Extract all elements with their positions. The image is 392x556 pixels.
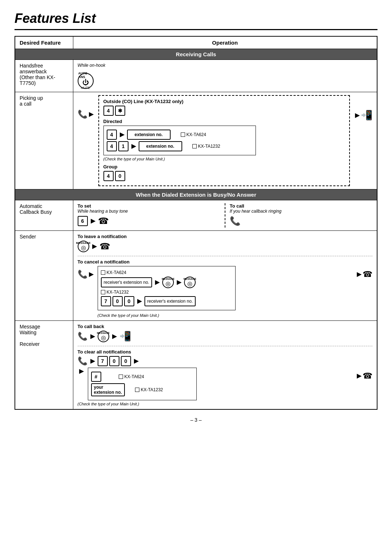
key-star: ✱ [115, 106, 125, 116]
title-divider [15, 29, 377, 30]
receivers-ext-no-box-2: receiver's extension no. [144, 296, 196, 306]
feature-message-waiting-sender: Sender [15, 230, 73, 320]
checkbox-cancel-ta624 [101, 270, 105, 275]
sender-label: Sender [20, 234, 36, 240]
handset-lift-icon: 📞 [78, 110, 87, 119]
key-0-1: 0 [113, 296, 123, 306]
page-title: Features List [15, 11, 377, 26]
arrow-right-cancel: ▶ [357, 271, 361, 278]
hangup-clear-icon: ☎ [363, 371, 372, 381]
key-7-clear: 7 [98, 356, 108, 366]
table-row: AutomaticCallback Busy To set While hear… [15, 200, 377, 230]
table-row: Picking upa call 📞 ▶ Outside (CO) Line (… [15, 92, 377, 189]
handset-cb-icon: 📞 [78, 332, 87, 341]
arrow: ▶ [137, 298, 142, 304]
arrow: ▶ [92, 243, 97, 250]
table-row: Sender To leave a notification MESSAGE ◎… [15, 230, 377, 320]
answer-phone-icon: 📲 [361, 110, 372, 121]
hangup-cancel-icon: ☎ [363, 270, 372, 279]
message-icon-cancel1: MESSAGE ◎ [162, 277, 174, 288]
key-0-clear-2: 0 [121, 356, 131, 366]
auto-ans-button-icon[interactable]: AUTO ANS ⏻ MUTE [78, 73, 94, 89]
clear-ta624-row: # KX-TA624 [91, 372, 193, 382]
feature-handsfree: Handsfree answerback(Other than KX-T7750… [15, 60, 73, 92]
group-label: Group [103, 164, 345, 169]
page-number: – 3 – [15, 417, 377, 423]
arrow: ▶ [155, 279, 159, 286]
section-busy-no-answer: When the Dialed Extension is Busy/No Ans… [15, 189, 377, 200]
arrow-right: ▶ [89, 111, 93, 118]
ta624-cancel-label: KX-TA624 [107, 270, 126, 275]
ta1232-clear-label: KX-TA1232 [141, 387, 163, 392]
key-0-group: 0 [115, 171, 125, 181]
handset-sender-icon: 📞 [78, 270, 87, 279]
arrow: ▶ [134, 357, 138, 364]
arrow: ▶ [91, 217, 95, 224]
operation-callback-busy: To set While hearing a busy tone 6 ▶ ☎ T… [73, 200, 377, 230]
key-6: 6 [78, 216, 88, 226]
check-type-3: (Check the type of your Main Unit.) [78, 402, 373, 406]
arrow-right-2: ▶ [355, 112, 359, 119]
callback-to-call: To call If you hear callback ringing 📞 [225, 203, 372, 228]
arrow: ▶ [89, 271, 93, 278]
power-symbol: ⏻ [82, 79, 89, 86]
ringing-phone-icon: 📲 [119, 331, 131, 342]
feature-callback-busy: AutomaticCallback Busy [15, 200, 73, 230]
ta1232-cancel-label: KX-TA1232 [107, 290, 129, 295]
callback-two-col: To set While hearing a busy tone 6 ▶ ☎ T… [78, 203, 373, 228]
arrow-branch: ▶ [79, 368, 83, 375]
receivers-ext-no-box: receiver's extension no. [101, 277, 152, 287]
key-4-group: 4 [103, 171, 114, 181]
col-header-operation: Operation [73, 36, 377, 49]
outside-co-label: Outside (CO) Line (KX-TA1232 only) [103, 99, 345, 104]
key-0-clear-1: 0 [109, 356, 119, 366]
check-type-2: (Check the type of your Main Unit.) [98, 313, 353, 318]
hangup-icon: ☎ [99, 241, 110, 252]
cancel-ta1232-keys: 7 0 0 ▶ receiver's extension no. [101, 296, 232, 306]
checkbox-clear-ta624 [119, 375, 123, 379]
while-hearing-label: While hearing a busy tone [78, 209, 220, 214]
arrow: ▶ [90, 357, 95, 364]
pickup-options-box: Outside (CO) Line (KX-TA1232 only) 4 ✱ D… [98, 95, 350, 186]
checkbox-cancel-ta1232 [101, 290, 105, 294]
arrow: ▶ [177, 279, 181, 286]
table-row: Handsfree answerback(Other than KX-T7750… [15, 60, 377, 92]
directed-ta624-row: 4 ▶ extension no. KX-TA624 [107, 130, 253, 140]
section-receiving-calls: Receiving Calls [15, 49, 377, 60]
message-icon-cb: MESSAGE ◎ [98, 331, 109, 342]
cancel-ta1232-row: KX-TA1232 [101, 290, 232, 295]
callback-to-set: To set While hearing a busy tone 6 ▶ ☎ [78, 203, 225, 228]
ta1232-label: KX-TA1232 [198, 144, 220, 149]
key-4-1232: 4 [107, 141, 117, 151]
checkbox-ta624 [181, 132, 185, 137]
ta624-clear-label: KX-TA624 [124, 374, 144, 379]
to-leave-label: To leave a notification [78, 234, 373, 239]
extension-no-box: extension no. [127, 130, 171, 140]
handset-clear-icon: 📞 [78, 356, 87, 366]
directed-ta1232-row: 4 1 ▶ extension no. KX-TA1232 [107, 141, 253, 151]
callback-ring-icon: 📞 [230, 216, 241, 226]
key-4-dir: 4 [107, 130, 117, 140]
checkbox-clear-ta1232 [135, 388, 139, 392]
operation-pickup: 📞 ▶ Outside (CO) Line (KX-TA1232 only) 4… [73, 92, 377, 189]
phone-busy-icon: ☎ [98, 216, 109, 226]
clear-ta1232-row: yourextension no. KX-TA1232 [91, 383, 193, 396]
operation-handsfree: While on-hook AUTO ANS ⏻ MUTE [73, 60, 377, 92]
to-set-label: To set [78, 203, 220, 209]
table-row: MessageWaiting Receiver To call back 📞 ▶… [15, 320, 377, 409]
check-type-label: (Check the type of your Main Unit.) [103, 157, 345, 161]
ta624-label: KX-TA624 [187, 132, 206, 137]
auto-ans-label: AUTO ANS [78, 72, 93, 79]
key-7: 7 [101, 296, 111, 306]
feature-pickup: Picking upa call [15, 92, 73, 189]
if-you-hear-label: If you hear callback ringing [230, 209, 372, 214]
feature-message-receiver: MessageWaiting Receiver [15, 320, 73, 409]
cancel-ta624-keys: receiver's extension no. ▶ MESSAGE ◎ ▶ M… [101, 277, 232, 288]
operation-message-sender: To leave a notification MESSAGE ◎ ▶ ☎ To… [73, 230, 377, 320]
key-1-1232: 1 [118, 141, 128, 151]
key-hash: # [91, 372, 101, 382]
key-4: 4 [103, 106, 114, 116]
mute-label: MUTE [81, 86, 90, 90]
arrow: ▶ [131, 143, 136, 150]
extension-no-box-2: extension no. [139, 141, 182, 151]
